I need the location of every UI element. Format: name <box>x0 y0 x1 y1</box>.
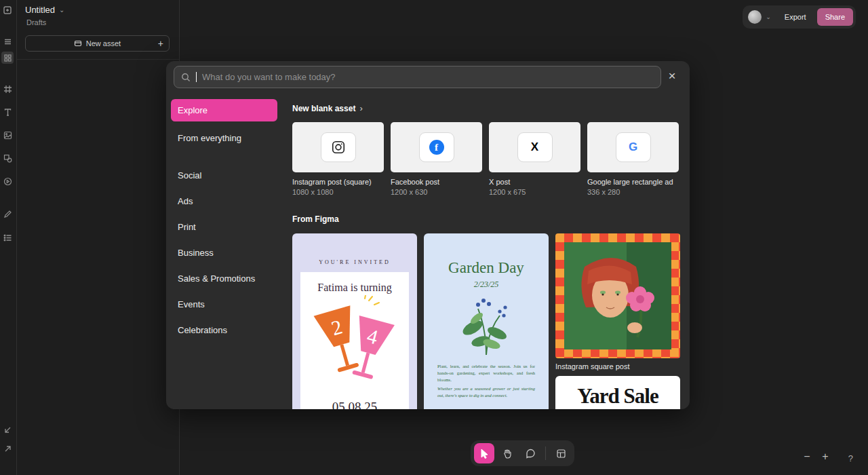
arrow-forward-icon[interactable] <box>1 442 14 455</box>
zoom-in-button[interactable]: + <box>817 449 833 465</box>
cursor-icon <box>479 449 490 459</box>
asset-icon <box>74 39 82 48</box>
hand-tool[interactable] <box>497 443 517 463</box>
file-title: Untitled <box>25 5 55 15</box>
text-icon[interactable] <box>1 106 14 118</box>
blank-asset-size: 1200 x 675 <box>489 188 580 196</box>
select-tool[interactable] <box>474 443 494 463</box>
google-icon: G <box>629 140 637 154</box>
file-subtitle: Drafts <box>26 18 46 26</box>
hand-icon <box>502 449 513 459</box>
zoom-out-button[interactable]: − <box>799 449 815 465</box>
garden-body: Plant, learn, and celebrate the season. … <box>437 363 535 383</box>
template-column: Instagram square post Yard Sale <box>555 233 680 409</box>
nav-item-social[interactable]: Social <box>171 162 277 188</box>
blank-asset-name: Instagram post (square) <box>292 178 384 186</box>
pen-icon[interactable] <box>1 208 14 220</box>
from-figma-header: From Figma <box>292 214 339 224</box>
invite-eyebrow: YOU'RE INVITED <box>292 259 417 265</box>
image-icon[interactable] <box>1 129 14 141</box>
figma-template-row: YOU'RE INVITED Fatima is turning 2 <box>292 233 680 409</box>
template-instagram-square-post[interactable] <box>555 233 680 358</box>
account-cluster: ⌄ Export Share <box>743 5 856 28</box>
text-caret <box>196 72 197 82</box>
assets-tool[interactable] <box>551 443 571 463</box>
nav-item-explore[interactable]: Explore <box>171 99 277 121</box>
blank-asset-size: 1080 x 1080 <box>292 188 384 196</box>
new-blank-asset-title: New blank asset <box>292 104 355 113</box>
export-button[interactable]: Export <box>776 8 814 26</box>
new-asset-button[interactable]: New asset + <box>25 35 170 52</box>
chevron-right-icon: › <box>359 103 362 113</box>
file-panel: Untitled ⌄ Drafts New asset + <box>17 0 180 475</box>
nav-item-events[interactable]: Events <box>171 291 277 317</box>
comment-icon <box>526 449 536 459</box>
comment-tool[interactable] <box>520 443 540 463</box>
template-picker-modal: × Explore From everything Social Ads Pri… <box>166 61 690 409</box>
shapes-icon[interactable] <box>1 152 14 164</box>
instagram-icon <box>331 140 346 155</box>
plus-icon[interactable]: + <box>158 38 163 49</box>
nav-item-sales-promotions[interactable]: Sales & Promotions <box>171 265 277 291</box>
new-asset-label: New asset <box>86 39 121 48</box>
template-birthday-invite[interactable]: YOU'RE INVITED Fatima is turning 2 <box>292 233 417 409</box>
template-label: Instagram square post <box>555 362 680 370</box>
nav-item-print[interactable]: Print <box>171 214 277 240</box>
grid-icon[interactable] <box>1 52 14 64</box>
left-tool-rail <box>0 0 17 475</box>
panel-divider <box>17 59 179 60</box>
blank-asset-name: Google large rectangle ad <box>587 178 679 186</box>
template-yard-sale[interactable]: Yard Sale <box>555 376 680 409</box>
blank-asset-name: X post <box>489 178 580 186</box>
new-blank-asset-header[interactable]: New blank asset › <box>292 103 363 113</box>
assets-icon <box>556 449 566 459</box>
frame-icon[interactable] <box>1 83 14 95</box>
list-icon[interactable] <box>1 231 14 244</box>
blank-asset-size: 1200 x 630 <box>391 188 482 196</box>
yard-sale-title: Yard Sale <box>555 384 680 408</box>
chevron-down-icon[interactable]: ⌄ <box>766 14 771 20</box>
blank-asset-instagram[interactable]: Instagram post (square) 1080 x 1080 <box>292 122 384 196</box>
play-icon[interactable] <box>1 175 14 187</box>
arrow-back-icon[interactable] <box>1 423 14 436</box>
wine-glasses-illustration: 2 4 <box>304 295 406 396</box>
invite-date: 05.08.25 <box>300 400 409 409</box>
garden-title: Garden Day <box>424 259 549 277</box>
menu-icon[interactable] <box>1 35 14 48</box>
buzz-logo-icon[interactable] <box>1 4 14 16</box>
avatar[interactable] <box>748 10 762 24</box>
blank-asset-facebook[interactable]: f Facebook post 1200 x 630 <box>391 122 482 196</box>
file-title-row[interactable]: Untitled ⌄ <box>25 5 64 15</box>
nav-item-business[interactable]: Business <box>171 240 277 265</box>
blank-asset-size: 336 x 280 <box>587 188 679 196</box>
chevron-down-icon: ⌄ <box>59 6 64 14</box>
search-icon <box>181 73 191 82</box>
modal-content: New blank asset › Instagram post (square… <box>292 61 680 409</box>
blank-asset-x[interactable]: X X post 1200 x 675 <box>489 122 580 196</box>
blank-asset-google[interactable]: G Google large rectangle ad 336 x 280 <box>587 122 679 196</box>
nav-item-ads[interactable]: Ads <box>171 188 277 214</box>
invite-title: Fatima is turning <box>300 272 409 294</box>
facebook-icon: f <box>429 140 444 155</box>
portrait-photo <box>564 242 671 349</box>
canvas-toolbar <box>471 440 574 466</box>
template-garden-day[interactable]: Garden Day 2/23/25 <box>424 233 549 409</box>
botanical-illustration <box>446 294 527 356</box>
nav-item-from-everything[interactable]: From everything <box>171 125 277 151</box>
modal-nav: Explore From everything Social Ads Print… <box>171 99 277 343</box>
garden-date: 2/23/25 <box>424 280 549 290</box>
nav-item-celebrations[interactable]: Celebrations <box>171 317 277 343</box>
help-button[interactable]: ? <box>848 453 853 463</box>
blank-asset-row: Instagram post (square) 1080 x 1080 f Fa… <box>292 122 679 196</box>
from-figma-title: From Figma <box>292 214 339 224</box>
toolbar-divider <box>545 446 546 460</box>
garden-body-italic: Whether you are a seasoned grower or jus… <box>437 385 535 399</box>
blank-asset-name: Facebook post <box>391 178 482 186</box>
x-icon: X <box>531 140 538 154</box>
share-button[interactable]: Share <box>817 8 853 26</box>
